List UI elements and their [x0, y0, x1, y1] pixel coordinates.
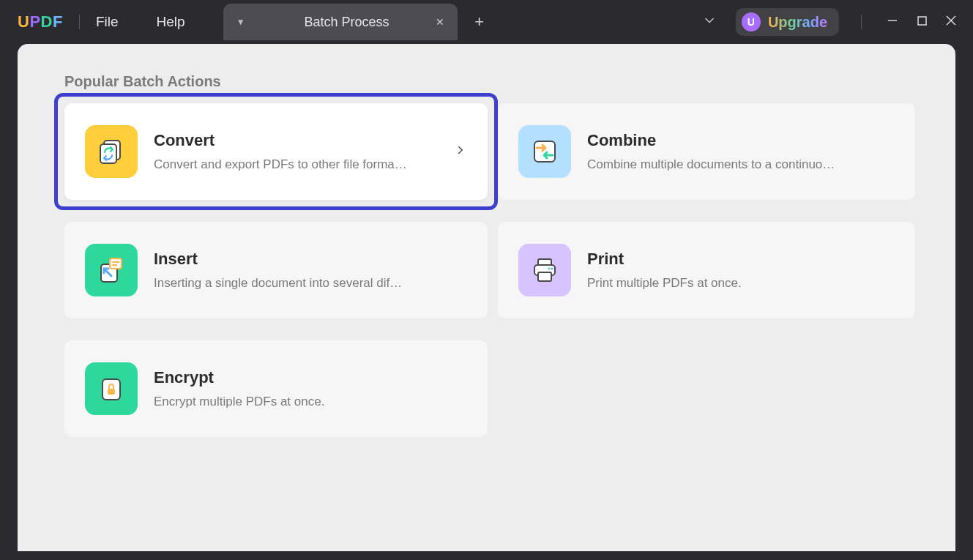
- window-close-icon[interactable]: [936, 15, 966, 29]
- card-description: Print multiple PDFs at once.: [587, 276, 895, 291]
- window-minimize-icon[interactable]: [878, 15, 907, 29]
- actions-grid: Convert Convert and export PDFs to other…: [64, 103, 909, 437]
- svg-rect-10: [110, 258, 122, 269]
- card-title: Print: [587, 250, 895, 269]
- card-print[interactable]: Print Print multiple PDFs at once.: [498, 222, 915, 318]
- close-tab-icon[interactable]: ✕: [436, 16, 444, 28]
- logo-letter-p: P: [29, 12, 40, 31]
- card-title: Insert: [154, 250, 467, 269]
- insert-icon: [85, 244, 138, 296]
- card-encrypt[interactable]: Encrypt Encrypt multiple PDFs at once.: [64, 340, 488, 437]
- print-icon: [518, 244, 571, 296]
- divider: [861, 15, 862, 29]
- card-description: Encrypt multiple PDFs at once.: [154, 395, 467, 409]
- card-description: Convert and export PDFs to other file fo…: [154, 157, 447, 172]
- menu-help[interactable]: Help: [157, 14, 185, 30]
- logo-letter-u: U: [18, 12, 29, 31]
- upgrade-label: Upgrade: [768, 14, 827, 31]
- card-title: Convert: [154, 131, 447, 150]
- history-chevron-icon[interactable]: [702, 13, 717, 31]
- section-title: Popular Batch Actions: [64, 73, 909, 90]
- card-wrap: Encrypt Encrypt multiple PDFs at once.: [64, 340, 488, 437]
- svg-rect-16: [538, 272, 551, 281]
- card-wrap: Print Print multiple PDFs at once.: [498, 222, 915, 318]
- tab-dropdown-icon[interactable]: ▼: [236, 17, 245, 27]
- divider: [79, 15, 80, 29]
- svg-point-18: [551, 268, 553, 270]
- card-title: Encrypt: [154, 368, 467, 387]
- card-description: Inserting a single document into several…: [154, 276, 467, 291]
- content-panel: Popular Batch Actions Convert Conver: [18, 44, 955, 551]
- card-title: Combine: [587, 131, 895, 150]
- svg-rect-5: [100, 144, 116, 163]
- chevron-right-icon: [454, 143, 467, 160]
- tab-strip: ▼ Batch Process ✕ +: [223, 0, 494, 44]
- encrypt-icon: [85, 362, 138, 415]
- svg-rect-1: [918, 17, 926, 25]
- menu-file[interactable]: File: [96, 14, 119, 30]
- svg-rect-20: [108, 389, 115, 395]
- avatar: U: [742, 12, 761, 31]
- window-maximize-icon[interactable]: [907, 15, 936, 29]
- svg-rect-6: [534, 141, 555, 162]
- card-combine[interactable]: Combine Combine multiple documents to a …: [498, 103, 915, 200]
- logo-letter-d: D: [41, 12, 53, 31]
- card-convert[interactable]: Convert Convert and export PDFs to other…: [64, 103, 488, 200]
- card-description: Combine multiple documents to a continuo…: [587, 157, 895, 172]
- tab-batch-process[interactable]: ▼ Batch Process ✕: [223, 4, 458, 40]
- convert-icon: [85, 125, 138, 178]
- card-wrap: Combine Combine multiple documents to a …: [498, 103, 915, 200]
- tab-title: Batch Process: [258, 15, 436, 30]
- new-tab-button[interactable]: +: [465, 12, 494, 31]
- svg-point-17: [548, 268, 551, 270]
- card-insert[interactable]: Insert Inserting a single document into …: [64, 222, 488, 318]
- upgrade-button[interactable]: U Upgrade: [736, 8, 839, 36]
- combine-icon: [518, 125, 571, 178]
- card-convert-highlight: Convert Convert and export PDFs to other…: [54, 93, 498, 210]
- titlebar: UPDF File Help ▼ Batch Process ✕ + U Upg…: [0, 0, 973, 44]
- card-wrap: Insert Inserting a single document into …: [64, 222, 488, 318]
- logo-letter-f: F: [53, 12, 63, 31]
- app-logo: UPDF: [18, 12, 63, 31]
